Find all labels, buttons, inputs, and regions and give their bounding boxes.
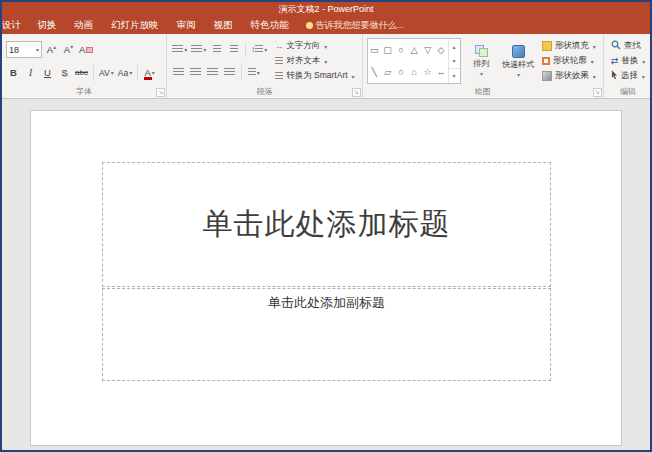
shape-rectangle-icon[interactable]: ▭ bbox=[370, 45, 379, 55]
chevron-down-icon: ▾ bbox=[129, 69, 132, 76]
slide-canvas[interactable]: 单击此处添加标题 单击此处添加副标题 bbox=[30, 110, 622, 446]
strikethrough-button[interactable]: abc bbox=[74, 64, 89, 82]
divider bbox=[241, 65, 242, 80]
numbering-icon bbox=[191, 45, 202, 54]
font-size-combo[interactable]: 18 ▾ bbox=[6, 41, 42, 58]
clear-letter: A bbox=[79, 44, 85, 55]
smartart-icon bbox=[275, 72, 283, 81]
editing-group: 查找 ⇄ 替换 ▾ 选择 ▾ 编辑 bbox=[604, 34, 652, 98]
align-right-button[interactable] bbox=[205, 64, 220, 82]
shape-triangle-icon[interactable]: △ bbox=[411, 45, 418, 55]
bullets-icon bbox=[172, 45, 183, 54]
tab-view[interactable]: 视图 bbox=[205, 16, 242, 34]
select-button[interactable]: 选择 ▾ bbox=[608, 69, 649, 83]
shape-ellipse-icon[interactable]: ○ bbox=[398, 45, 403, 55]
chevron-down-icon: ▾ bbox=[642, 73, 645, 80]
quick-styles-button[interactable]: 快速样式 ▾ bbox=[502, 38, 535, 84]
divider bbox=[137, 65, 138, 80]
shape-circle-icon[interactable]: ○ bbox=[398, 67, 403, 77]
shape-line-icon[interactable]: ╲ bbox=[372, 67, 377, 77]
chevron-down-icon: ▾ bbox=[324, 43, 327, 50]
bullets-button[interactable]: ▾ bbox=[171, 41, 188, 59]
gallery-scroll-down-button[interactable]: ▾ bbox=[449, 53, 460, 67]
ribbon: 18 ▾ A▴ A▾ A B I U S abc bbox=[2, 34, 650, 99]
find-button[interactable]: 查找 bbox=[608, 39, 649, 53]
chevron-down-icon: ▾ bbox=[642, 58, 645, 65]
find-label: 查找 bbox=[624, 40, 641, 52]
paragraph-row-top: ▾ ▾ ↕▾ bbox=[171, 39, 268, 60]
shape-arrow-icon[interactable]: ↔ bbox=[436, 67, 445, 77]
gallery-more-button[interactable]: ▾ bbox=[449, 68, 460, 83]
justify-button[interactable] bbox=[222, 64, 237, 82]
arrange-button[interactable]: 排列 ▾ bbox=[465, 38, 498, 84]
replace-button[interactable]: ⇄ 替换 ▾ bbox=[608, 54, 649, 68]
columns-button[interactable]: ▾ bbox=[246, 64, 261, 82]
shape-triangle-down-icon[interactable]: ▽ bbox=[424, 45, 431, 55]
tab-review[interactable]: 审阅 bbox=[168, 16, 205, 34]
columns-icon bbox=[248, 68, 256, 77]
shape-fill-label: 形状填充 bbox=[555, 40, 589, 52]
underline-button[interactable]: U bbox=[40, 64, 55, 82]
paragraph-group: ▾ ▾ ↕▾ ▾ ↔ 文 bbox=[167, 34, 362, 98]
decrease-indent-button[interactable] bbox=[209, 41, 224, 59]
drawing-group-label: 绘图 bbox=[363, 86, 603, 97]
shape-diamond-icon[interactable]: ◇ bbox=[437, 45, 444, 55]
text-direction-button[interactable]: ↔ 文字方向 ▾ bbox=[272, 39, 357, 53]
shape-fill-icon bbox=[542, 41, 552, 51]
editing-group-label: 编辑 bbox=[604, 86, 652, 97]
drawing-dialog-launcher[interactable]: ↘ bbox=[593, 88, 602, 97]
shape-fill-button[interactable]: 形状填充 ▾ bbox=[539, 39, 599, 53]
paragraph-row-bottom: ▾ bbox=[171, 62, 268, 83]
font-color-button[interactable]: A ▾ bbox=[142, 64, 162, 82]
numbering-button[interactable]: ▾ bbox=[190, 41, 207, 59]
text-shadow-button[interactable]: S bbox=[57, 64, 72, 82]
paragraph-dialog-launcher[interactable]: ↘ bbox=[352, 88, 361, 97]
shape-outline-button[interactable]: 形状轮廓 ▾ bbox=[539, 54, 599, 68]
chevron-down-icon: ▾ bbox=[111, 69, 114, 76]
drawing-group: ▭ ▢ ○ △ ▽ ◇ ╲ ▱ ○ ⌂ ☆ ↔ ▴ ▾ ▾ bbox=[363, 34, 604, 98]
quick-styles-label: 快速样式 bbox=[502, 59, 534, 70]
tell-me-box[interactable]: 告诉我您想要做什么... bbox=[298, 16, 413, 34]
tab-slideshow[interactable]: 幻灯片放映 bbox=[102, 16, 168, 34]
shape-outline-icon bbox=[542, 57, 550, 65]
shape-effects-icon bbox=[542, 71, 552, 81]
chevron-down-icon: ▾ bbox=[593, 43, 596, 50]
increase-indent-button[interactable] bbox=[226, 41, 241, 59]
subtitle-placeholder[interactable]: 单击此处添加副标题 bbox=[102, 288, 551, 381]
chevron-down-icon: ▾ bbox=[184, 46, 187, 53]
line-spacing-button[interactable]: ↕▾ bbox=[250, 41, 268, 59]
tab-transitions[interactable]: 切换 bbox=[28, 16, 65, 34]
eraser-icon bbox=[86, 47, 93, 53]
shape-effects-button[interactable]: 形状效果 ▾ bbox=[539, 69, 599, 83]
shape-square-icon[interactable]: ▢ bbox=[383, 45, 392, 55]
shape-star-icon[interactable]: ☆ bbox=[424, 67, 432, 77]
tab-animations[interactable]: 动画 bbox=[65, 16, 102, 34]
align-left-button[interactable] bbox=[171, 64, 186, 82]
tab-design[interactable]: 设计 bbox=[0, 16, 28, 34]
title-placeholder[interactable]: 单击此处添加标题 bbox=[102, 162, 551, 287]
bold-button[interactable]: B bbox=[6, 64, 21, 82]
shape-parallelogram-icon[interactable]: ▱ bbox=[384, 67, 391, 77]
tell-me-label: 告诉我您想要做什么... bbox=[316, 19, 405, 32]
font-dialog-launcher[interactable]: ↘ bbox=[156, 88, 165, 97]
shapes-gallery[interactable]: ▭ ▢ ○ △ ▽ ◇ ╲ ▱ ○ ⌂ ☆ ↔ ▴ ▾ ▾ bbox=[367, 38, 461, 84]
replace-label: 替换 bbox=[621, 55, 638, 67]
convert-to-smartart-button[interactable]: 转换为 SmartArt ▾ bbox=[272, 69, 357, 83]
italic-button[interactable]: I bbox=[23, 64, 38, 82]
italic-label: I bbox=[29, 68, 32, 78]
character-spacing-button[interactable]: AV▾ bbox=[98, 64, 115, 82]
powerpoint-window: { "window": { "title": "演示文稿2 - PowerPoi… bbox=[0, 0, 652, 452]
text-direction-icon: ↔ bbox=[275, 42, 283, 51]
chevron-down-icon: ▾ bbox=[480, 70, 483, 77]
tab-special-features[interactable]: 特色功能 bbox=[242, 16, 298, 34]
align-text-button[interactable]: 对齐文本 ▾ bbox=[272, 54, 357, 68]
shape-home-icon[interactable]: ⌂ bbox=[412, 67, 417, 77]
decrease-font-size-button[interactable]: A▾ bbox=[61, 41, 76, 59]
up-arrow-icon: ▴ bbox=[53, 43, 56, 50]
increase-font-size-button[interactable]: A▴ bbox=[44, 41, 59, 59]
clear-formatting-button[interactable]: A bbox=[78, 41, 94, 59]
slide-editing-area: 单击此处添加标题 单击此处添加副标题 bbox=[2, 99, 650, 450]
align-center-button[interactable] bbox=[188, 64, 203, 82]
change-case-button[interactable]: Aa▾ bbox=[117, 64, 133, 82]
gallery-scroll-up-button[interactable]: ▴ bbox=[449, 39, 460, 53]
